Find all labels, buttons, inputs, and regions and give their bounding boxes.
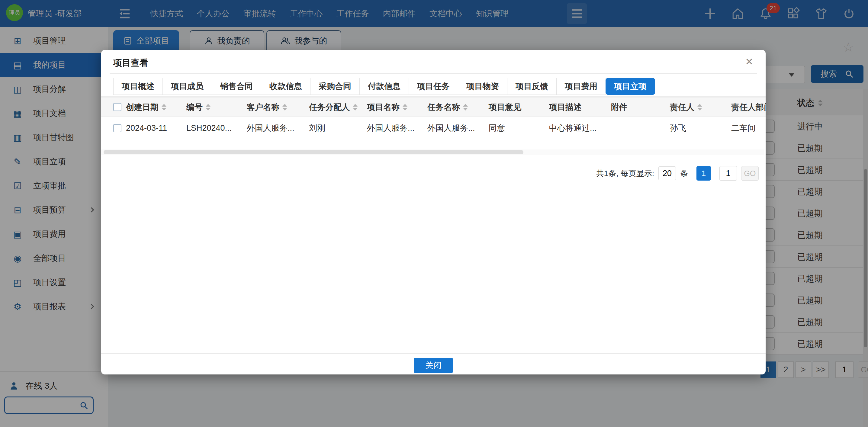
sort-icon[interactable]	[403, 104, 407, 111]
tab-project-materials[interactable]: 项目物资	[458, 78, 507, 95]
sort-icon[interactable]	[206, 104, 211, 111]
cell-task-name: 外国人服务...	[424, 123, 486, 133]
row-checkbox[interactable]	[113, 124, 121, 132]
modal-tabs: 项目概述 项目成员 销售合同 收款信息 采购合同 付款信息 项目任务 项目物资 …	[113, 78, 655, 95]
tab-project-tasks[interactable]: 项目任务	[409, 78, 458, 95]
sort-icon[interactable]	[282, 104, 287, 111]
sort-icon[interactable]	[463, 104, 468, 111]
tab-project-feedback[interactable]: 项目反馈	[507, 78, 557, 95]
tab-project-overview[interactable]: 项目概述	[113, 78, 163, 95]
cell-project-opinion: 同意	[486, 123, 546, 133]
sort-icon[interactable]	[162, 104, 166, 111]
tab-project-expense[interactable]: 项目费用	[556, 78, 606, 95]
page-jump-input[interactable]	[719, 166, 737, 181]
tab-purchase-contract[interactable]: 采购合同	[310, 78, 360, 95]
page-size-input[interactable]	[658, 166, 676, 180]
modal-table-row[interactable]: 2024-03-11 LSH20240... 外国人服务... 刘刚 外国人服务…	[101, 117, 766, 139]
select-all-checkbox[interactable]	[113, 103, 121, 111]
modal-table-header: 创建日期 编号 客户名称 任务分配人 项目名称 任务名称 项目意见 项目描述 附…	[101, 97, 766, 117]
go-button[interactable]: GO	[741, 166, 759, 181]
cell-task-assigner: 刘刚	[306, 123, 364, 133]
divider	[101, 353, 766, 354]
sort-icon[interactable]	[698, 104, 702, 111]
page-button-1[interactable]: 1	[696, 166, 711, 181]
cell-project-description: 中心将通过...	[546, 123, 608, 133]
cell-customer-name: 外国人服务...	[244, 123, 306, 133]
tab-project-members[interactable]: 项目成员	[162, 78, 212, 95]
tab-payment-info[interactable]: 付款信息	[360, 78, 409, 95]
cell-number: LSH20240...	[183, 123, 244, 133]
page-size-unit: 条	[680, 168, 688, 179]
cell-responsible-person: 孙飞	[667, 123, 728, 133]
sort-icon[interactable]	[353, 104, 358, 111]
cell-create-date: 2024-03-11	[123, 123, 183, 133]
close-button[interactable]: 关闭	[414, 358, 453, 373]
horizontal-scrollbar[interactable]	[101, 150, 765, 155]
modal-title: 项目查看	[113, 57, 148, 69]
tab-sales-contract[interactable]: 销售合同	[212, 78, 261, 95]
divider	[110, 73, 757, 74]
close-icon[interactable]: ×	[745, 55, 753, 68]
tab-receipt-info[interactable]: 收款信息	[261, 78, 310, 95]
cell-responsible-dept: 二车间	[728, 123, 766, 133]
scrollbar-thumb[interactable]	[103, 150, 523, 154]
modal-pagination: 共1条, 每页显示: 条 1 GO	[596, 166, 759, 181]
cell-project-name: 外国人服务...	[364, 123, 424, 133]
pagination-summary: 共1条, 每页显示:	[596, 168, 654, 179]
project-view-modal: 项目查看 × 项目概述 项目成员 销售合同 收款信息 采购合同 付款信息 项目任…	[101, 50, 766, 374]
tab-project-initiation[interactable]: 项目立项	[606, 78, 655, 95]
